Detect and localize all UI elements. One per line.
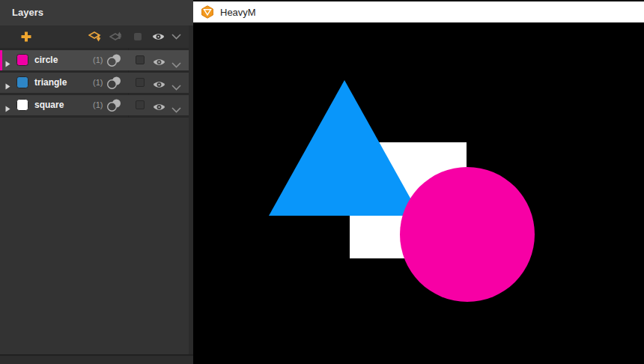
layer-name[interactable]: square xyxy=(34,95,64,115)
heavym-logo-icon xyxy=(201,5,214,19)
layer-checkbox[interactable] xyxy=(136,100,145,109)
heavym-output-tab[interactable]: HeavyM xyxy=(193,1,256,22)
move-layer-down-icon xyxy=(88,30,103,43)
output-tab-bar: HeavyM xyxy=(193,0,644,22)
layer-visibility-eye-icon[interactable] xyxy=(153,79,165,92)
move-layer-up-button[interactable] xyxy=(107,25,127,48)
move-layer-up-icon xyxy=(109,30,124,43)
main-area: HeavyM xyxy=(193,0,644,364)
layer-count: (1) xyxy=(93,95,103,115)
layers-panel: Layers xyxy=(0,0,193,364)
eye-icon xyxy=(152,32,165,41)
layer-chevron-icon[interactable] xyxy=(171,80,181,94)
add-layer-button[interactable] xyxy=(18,25,34,48)
layer-chevron-icon[interactable] xyxy=(171,58,181,71)
expand-caret-icon[interactable] xyxy=(5,79,10,93)
layer-chevron-icon[interactable] xyxy=(171,103,181,116)
move-layer-down-button[interactable] xyxy=(86,25,106,48)
layer-name[interactable]: circle xyxy=(34,50,58,70)
layer-list: circle (1) xyxy=(0,48,189,118)
toolbar-select-checkbox[interactable] xyxy=(133,25,143,48)
layer-visibility-eye-icon[interactable] xyxy=(153,56,165,70)
layer-row-square[interactable]: square (1) xyxy=(0,95,189,115)
chevron-down-icon xyxy=(171,34,181,40)
layers-toolbar xyxy=(0,25,193,48)
projection-canvas[interactable] xyxy=(193,22,644,364)
opacity-circles-icon[interactable] xyxy=(106,76,122,93)
tab-title: HeavyM xyxy=(220,7,256,18)
expand-caret-icon[interactable] xyxy=(5,57,10,70)
layer-color-swatch[interactable] xyxy=(16,76,28,88)
checkbox-icon xyxy=(134,33,142,40)
layer-checkbox[interactable] xyxy=(136,55,145,64)
layer-count: (1) xyxy=(93,50,103,70)
opacity-circles-icon[interactable] xyxy=(106,53,122,70)
toolbar-visibility-button[interactable] xyxy=(150,25,166,48)
plus-icon xyxy=(20,31,32,43)
layers-panel-title: Layers xyxy=(0,0,193,25)
expand-caret-icon[interactable] xyxy=(5,102,10,115)
layer-color-swatch[interactable] xyxy=(16,54,28,66)
opacity-circles-icon[interactable] xyxy=(106,98,122,115)
layer-row-triangle[interactable]: triangle (1) xyxy=(0,73,189,93)
layer-color-swatch[interactable] xyxy=(16,99,28,111)
bottom-panel-edge xyxy=(0,354,193,364)
layer-visibility-eye-icon[interactable] xyxy=(153,101,165,115)
layer-count: (1) xyxy=(93,73,103,93)
layer-row-circle[interactable]: circle (1) xyxy=(0,50,189,70)
toolbar-expand-button[interactable] xyxy=(169,25,183,48)
heavym-window: Layers xyxy=(0,0,644,364)
circle-shape[interactable] xyxy=(400,167,535,302)
layer-checkbox[interactable] xyxy=(136,78,145,87)
selection-indicator xyxy=(0,50,2,70)
layer-name[interactable]: triangle xyxy=(34,73,67,93)
